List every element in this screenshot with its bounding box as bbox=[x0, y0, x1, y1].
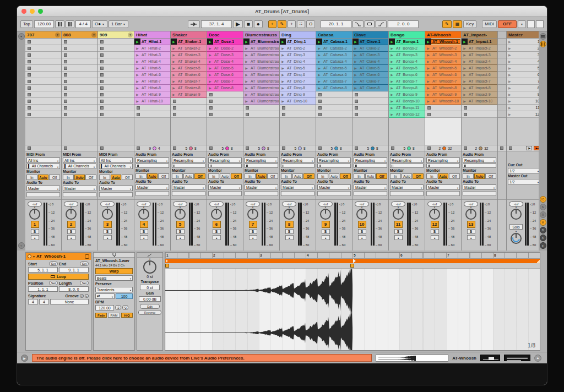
volume-knob[interactable] bbox=[284, 209, 295, 220]
track-activator-button[interactable]: 2 bbox=[67, 221, 75, 228]
clip-launch-icon[interactable]: ▶ bbox=[243, 91, 250, 97]
empty-clip-slot[interactable] bbox=[316, 105, 352, 111]
ram-toggle[interactable]: RAM bbox=[108, 313, 120, 318]
solo-button[interactable]: S bbox=[285, 229, 294, 234]
clip-slot[interactable]: ▶AT_Shaker-1 bbox=[171, 39, 207, 45]
empty-clip-slot[interactable] bbox=[98, 91, 134, 98]
output-type-select[interactable]: Master bbox=[463, 184, 496, 190]
solo-button[interactable]: S bbox=[394, 229, 403, 234]
clip-launch-icon[interactable]: ▶ bbox=[352, 65, 359, 71]
monitor-off-button[interactable]: Off bbox=[340, 173, 351, 179]
arm-button[interactable]: ● bbox=[285, 235, 294, 240]
clip-launch-icon[interactable]: ▶ bbox=[389, 45, 395, 51]
clip-launch-icon[interactable]: ▶ bbox=[134, 39, 140, 45]
empty-clip-slot[interactable] bbox=[62, 111, 97, 118]
clip-slot[interactable]: ▶AT_Impact-2 bbox=[462, 45, 497, 52]
volume-knob[interactable] bbox=[393, 209, 404, 220]
monitor-auto-button[interactable]: Auto bbox=[402, 173, 413, 179]
track-stop-button[interactable] bbox=[64, 146, 67, 150]
clip-launch-icon[interactable]: ▶ bbox=[171, 58, 177, 64]
clip-launch-icon[interactable]: ▶ bbox=[280, 58, 286, 64]
clip-slot[interactable]: ▶AT_Bongo-3 bbox=[389, 52, 425, 58]
clip-slot[interactable]: ▶AT_Bongo-8 bbox=[389, 85, 425, 91]
input-channel-meter[interactable] bbox=[317, 164, 351, 168]
clip-slot[interactable]: ▶AT_Blumenstrauss-5 bbox=[243, 65, 279, 72]
empty-clip-slot[interactable] bbox=[462, 105, 497, 111]
volume-knob[interactable] bbox=[66, 209, 77, 220]
arm-button[interactable]: ● bbox=[176, 235, 185, 240]
track-activator-button[interactable]: 8 bbox=[285, 221, 294, 228]
info-view-toggle-icon[interactable]: ▶ bbox=[21, 355, 28, 362]
loop-switch-button[interactable] bbox=[365, 20, 375, 28]
output-type-select[interactable]: Master bbox=[99, 186, 133, 191]
monitor-auto-button[interactable]: Auto bbox=[147, 173, 158, 179]
browser-toggle-icon[interactable]: ▼ bbox=[18, 33, 25, 40]
clip-slot[interactable]: ▶AT_Dose-6 bbox=[207, 72, 243, 78]
clip-launch-icon[interactable]: ▶ bbox=[134, 45, 140, 51]
loop-brace[interactable] bbox=[165, 259, 540, 263]
computer-midi-keyboard-button[interactable]: ▦ bbox=[453, 20, 463, 28]
input-channel-meter[interactable] bbox=[354, 164, 387, 168]
volume-knob[interactable] bbox=[247, 209, 258, 220]
nudge-down-button[interactable] bbox=[55, 20, 64, 28]
time-signature-field[interactable]: 4 / 4 bbox=[75, 20, 91, 28]
input-channel-meter[interactable] bbox=[172, 164, 205, 168]
clip-launch-icon[interactable]: ▶ bbox=[243, 39, 250, 45]
stop-button[interactable]: ■ bbox=[244, 20, 253, 28]
track-header[interactable]: 707▼ bbox=[25, 31, 61, 39]
scene-launch-icon[interactable]: ▶ bbox=[508, 66, 511, 70]
scene-launch-icon[interactable]: ▶ bbox=[508, 99, 511, 103]
transpose-knob[interactable] bbox=[143, 260, 156, 274]
scene-slot[interactable]: ▶3 bbox=[507, 52, 539, 58]
nudge-up-button[interactable] bbox=[66, 20, 75, 28]
master-track-header[interactable]: Master bbox=[507, 31, 539, 39]
arrangement-position-field[interactable]: 37. 1. 4 bbox=[201, 20, 232, 28]
show-hide-status-icon[interactable]: ▲ bbox=[534, 355, 541, 362]
monitor-in-button[interactable]: In bbox=[99, 175, 110, 180]
empty-clip-slot[interactable] bbox=[25, 72, 61, 78]
empty-clip-slot[interactable] bbox=[25, 39, 61, 45]
reenable-automation-button[interactable]: + bbox=[288, 20, 296, 28]
scene-slot[interactable]: ▶10 bbox=[507, 98, 539, 105]
clip-launch-icon[interactable]: ▶ bbox=[316, 58, 322, 64]
monitor-in-button[interactable]: In bbox=[172, 173, 183, 179]
clip-launch-icon[interactable]: ▶ bbox=[462, 65, 468, 71]
clip-slot[interactable]: ▶AT_Blumenstrauss-7 bbox=[243, 78, 279, 85]
clip-slot[interactable]: ▶AT_Shaker-3 bbox=[171, 52, 207, 58]
monitor-in-button[interactable]: In bbox=[63, 175, 74, 180]
clip-launch-icon[interactable]: ▶ bbox=[389, 111, 395, 117]
monitor-in-button[interactable]: In bbox=[317, 173, 328, 179]
clip-launch-icon[interactable]: ▶ bbox=[389, 91, 395, 97]
clip-slot[interactable]: ▶AT_Ding-7 bbox=[280, 78, 316, 85]
empty-clip-slot[interactable] bbox=[25, 65, 61, 72]
clip-launch-icon[interactable]: ▶ bbox=[207, 85, 213, 91]
clip-slot[interactable]: ▶AT_Impact-4 bbox=[462, 58, 497, 65]
clip-slot[interactable]: ▶AT_Cabasa-5 bbox=[316, 65, 352, 72]
monitor-off-button[interactable]: Off bbox=[376, 173, 387, 179]
track-header[interactable]: Shaker bbox=[171, 31, 207, 39]
arrangement-view-toggle-icon[interactable] bbox=[540, 33, 546, 40]
track-delay-field[interactable] bbox=[245, 191, 278, 196]
clip-slot[interactable]: ▶AT_Ding-10 bbox=[280, 98, 316, 105]
track-header[interactable]: AT_Impact- bbox=[462, 31, 497, 39]
arm-button[interactable]: ● bbox=[140, 235, 148, 240]
clip-slot[interactable]: ▶AT_Hihat-7 bbox=[134, 78, 170, 85]
loop-position-field[interactable]: 1. 1. 1 bbox=[28, 286, 58, 292]
set-end-button[interactable]: Set bbox=[80, 262, 89, 266]
back-to-arrangement-outline-icon[interactable]: |▶ bbox=[526, 146, 532, 150]
capture-midi-button[interactable]: ∷ bbox=[297, 20, 305, 28]
clip-slot[interactable]: ▶AT_Whoosh-1 bbox=[425, 39, 461, 45]
track-delay-field[interactable] bbox=[99, 192, 133, 197]
clip-slot[interactable]: ▶AT_Blumenstrauss-2 bbox=[243, 45, 279, 52]
empty-clip-slot[interactable] bbox=[98, 78, 134, 85]
track-delay-field[interactable] bbox=[26, 192, 60, 197]
clip-launch-icon[interactable]: ▶ bbox=[352, 58, 359, 64]
input-type-select[interactable]: Resampling bbox=[245, 157, 278, 163]
scene-slot[interactable]: ▶5 bbox=[507, 65, 539, 72]
scene-launch-icon[interactable]: ▶ bbox=[508, 112, 511, 116]
clip-launch-icon[interactable]: ▶ bbox=[462, 72, 468, 78]
track-header[interactable]: Cabasa bbox=[316, 31, 352, 39]
clip-launch-icon[interactable]: ▶ bbox=[243, 98, 250, 104]
clip-launch-icon[interactable]: ▶ bbox=[389, 52, 395, 58]
monitor-in-button[interactable]: In bbox=[135, 173, 147, 179]
